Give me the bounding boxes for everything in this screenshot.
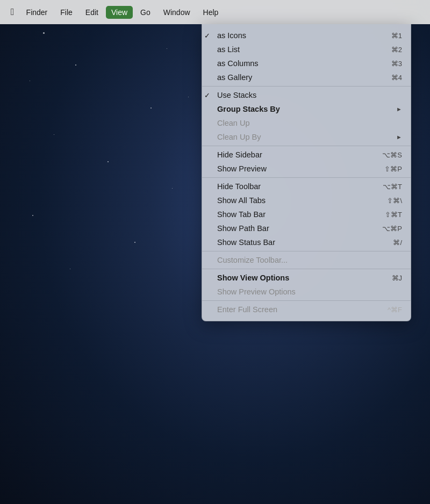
show-view-options-item[interactable]: Show View Options ⌘J [202,271,411,285]
as-icons-label: as Icons [211,31,391,40]
star [54,134,54,135]
customize-toolbar-section: Customize Toolbar... [202,251,411,269]
view-options-section: Show View Options ⌘J Show Preview Option… [202,269,411,301]
as-columns-item[interactable]: as Columns ⌘3 [202,56,411,70]
view-menu-item[interactable]: View [106,6,133,19]
menubar:  Finder File Edit View Go Window Help [0,0,430,24]
show-tab-bar-label: Show Tab Bar [211,210,385,219]
as-columns-label: as Columns [211,59,391,68]
show-status-bar-item[interactable]: Show Status Bar ⌘/ [202,235,411,249]
show-preview-item[interactable]: Show Preview ⇧⌘P [202,162,411,176]
star [30,81,30,81]
fullscreen-section: Enter Full Screen ^⌘F [202,301,411,318]
apple-menu-item[interactable]:  [6,5,19,19]
show-path-bar-shortcut: ⌥⌘P [382,225,402,233]
group-stacks-by-arrow-icon: ► [396,106,402,112]
star [32,215,33,216]
as-list-label: as List [211,45,391,54]
star [75,64,76,66]
show-all-tabs-label: Show All Tabs [211,196,387,205]
hide-toolbar-label: Hide Toolbar [211,182,383,191]
edit-menu-item[interactable]: Edit [80,6,104,19]
show-status-bar-shortcut: ⌘/ [393,239,402,247]
view-modes-section: ✓ as Icons ⌘1 as List ⌘2 as Columns ⌘3 a… [202,27,411,87]
clean-up-by-arrow-icon: ► [396,134,402,140]
file-menu-item[interactable]: File [55,6,78,19]
show-status-bar-label: Show Status Bar [211,238,393,247]
show-view-options-label: Show View Options [211,273,392,282]
as-list-shortcut: ⌘2 [391,46,402,54]
hide-sidebar-item[interactable]: Hide Sidebar ⌥⌘S [202,148,411,162]
as-icons-item[interactable]: ✓ as Icons ⌘1 [202,28,411,42]
star [167,48,167,49]
clean-up-item[interactable]: Clean Up [202,116,411,130]
show-preview-options-item[interactable]: Show Preview Options [202,285,411,299]
show-tab-bar-item[interactable]: Show Tab Bar ⇧⌘T [202,207,411,221]
group-stacks-by-label: Group Stacks By [211,105,396,113]
clean-up-by-label: Clean Up By [211,133,396,141]
use-stacks-item[interactable]: ✓ Use Stacks [202,88,411,102]
clean-up-by-item[interactable]: Clean Up By ► [202,130,411,144]
as-gallery-label: as Gallery [211,73,391,82]
star [108,161,109,162]
use-stacks-label: Use Stacks [211,91,402,99]
customize-toolbar-item[interactable]: Customize Toolbar... [202,253,411,267]
use-stacks-checkmark: ✓ [204,91,210,99]
hide-toolbar-shortcut: ⌥⌘T [383,183,402,191]
as-columns-shortcut: ⌘3 [391,60,402,68]
help-menu-item[interactable]: Help [198,6,224,19]
as-icons-shortcut: ⌘1 [391,32,402,40]
show-tab-bar-shortcut: ⇧⌘T [385,211,402,219]
as-gallery-item[interactable]: as Gallery ⌘4 [202,70,411,84]
star [43,32,45,34]
show-view-options-shortcut: ⌘J [392,274,403,282]
sidebar-preview-section: Hide Sidebar ⌥⌘S Show Preview ⇧⌘P [202,146,411,178]
window-menu-item[interactable]: Window [158,6,196,19]
show-preview-options-label: Show Preview Options [211,287,402,296]
star [70,269,70,269]
as-icons-checkmark: ✓ [204,32,210,40]
view-dropdown-menu: ✓ as Icons ⌘1 as List ⌘2 as Columns ⌘3 a… [202,24,411,321]
star [150,107,152,109]
hide-sidebar-shortcut: ⌥⌘S [382,151,402,159]
enter-full-screen-item[interactable]: Enter Full Screen ^⌘F [202,303,411,316]
enter-full-screen-label: Enter Full Screen [211,305,388,314]
star [172,188,173,189]
group-stacks-by-item[interactable]: Group Stacks By ► [202,102,411,116]
clean-up-label: Clean Up [211,119,402,127]
stacks-section: ✓ Use Stacks Group Stacks By ► Clean Up … [202,87,411,146]
show-all-tabs-item[interactable]: Show All Tabs ⇧⌘\ [202,193,411,207]
desktop:  Finder File Edit View Go Window Help ✓… [0,0,430,504]
show-path-bar-item[interactable]: Show Path Bar ⌥⌘P [202,221,411,235]
finder-menu-item[interactable]: Finder [21,6,53,19]
go-menu-item[interactable]: Go [135,6,156,19]
enter-full-screen-shortcut: ^⌘F [388,306,402,314]
show-preview-shortcut: ⇧⌘P [384,165,402,173]
customize-toolbar-label: Customize Toolbar... [211,256,402,264]
as-gallery-shortcut: ⌘4 [391,74,402,82]
show-preview-label: Show Preview [211,164,384,173]
hide-sidebar-label: Hide Sidebar [211,150,382,159]
show-all-tabs-shortcut: ⇧⌘\ [387,197,402,205]
as-list-item[interactable]: as List ⌘2 [202,42,411,56]
star [134,242,135,243]
toolbar-bars-section: Hide Toolbar ⌥⌘T Show All Tabs ⇧⌘\ Show … [202,178,411,251]
star [188,97,189,97]
hide-toolbar-item[interactable]: Hide Toolbar ⌥⌘T [202,179,411,193]
show-path-bar-label: Show Path Bar [211,224,382,233]
